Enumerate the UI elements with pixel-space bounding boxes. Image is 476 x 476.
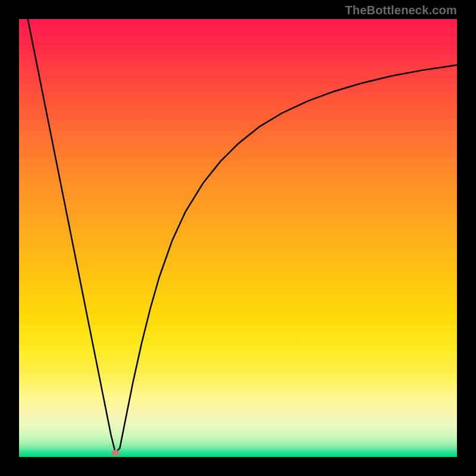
chart-container: TheBottleneck.com bbox=[0, 0, 476, 476]
plot-area bbox=[19, 19, 457, 457]
watermark-text: TheBottleneck.com bbox=[345, 4, 457, 17]
